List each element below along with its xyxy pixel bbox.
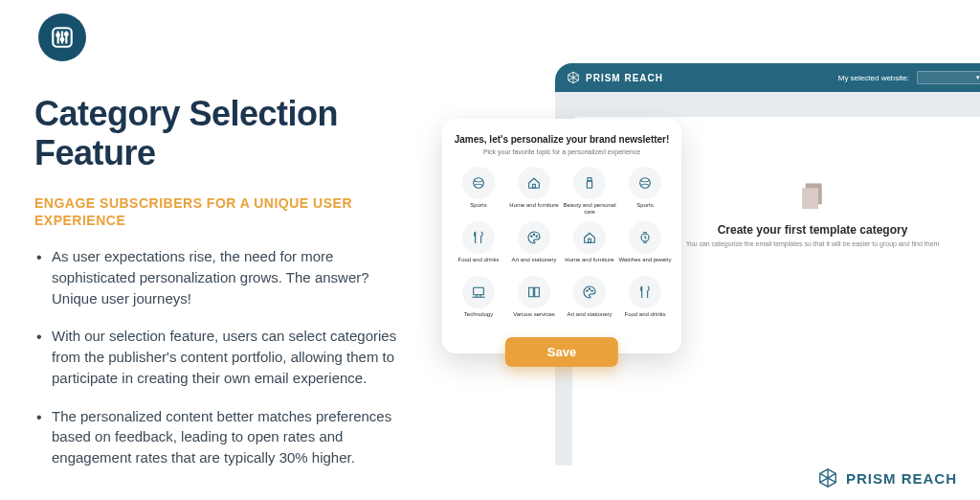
tech-icon bbox=[471, 284, 486, 300]
art-icon bbox=[526, 230, 542, 245]
home-icon bbox=[526, 175, 542, 191]
page-subtitle: ENGAGE SUBSCRIBERS FOR A UNIQUE USER EXP… bbox=[34, 194, 417, 229]
category-label: Food and drinks bbox=[457, 257, 499, 270]
popup-subtitle: Pick your favorite topic for a personali… bbox=[452, 148, 672, 155]
svg-point-21 bbox=[640, 178, 651, 189]
category-option[interactable]: Various services bbox=[507, 276, 561, 325]
svg-rect-20 bbox=[587, 181, 591, 188]
bullet-item: With our selection feature, users can se… bbox=[52, 326, 417, 388]
category-label: Home and furniture bbox=[565, 257, 613, 270]
category-label: Food and drinks bbox=[624, 311, 665, 325]
app-brand: PRISM REACH bbox=[567, 71, 663, 84]
category-label: Beauty and personal care bbox=[563, 202, 616, 216]
app-brand-text: PRISM REACH bbox=[586, 73, 663, 83]
svg-rect-18 bbox=[533, 184, 536, 188]
svg-point-17 bbox=[474, 178, 484, 189]
category-option[interactable]: Food and drinks bbox=[452, 221, 505, 270]
brand-badge-icon bbox=[38, 13, 86, 61]
svg-point-5 bbox=[61, 38, 64, 41]
svg-point-22 bbox=[531, 236, 532, 237]
svg-point-28 bbox=[587, 290, 588, 291]
category-label: Sports bbox=[636, 202, 653, 216]
chevron-down-icon: ▾ bbox=[976, 74, 980, 81]
category-label: Various services bbox=[513, 311, 555, 325]
popup-title: James, let's personalize your brand news… bbox=[452, 134, 672, 145]
category-option[interactable]: Art and stationery bbox=[563, 276, 616, 325]
website-select[interactable]: ▾ bbox=[917, 71, 980, 84]
svg-point-30 bbox=[591, 290, 592, 291]
category-option[interactable]: Art and stationery bbox=[507, 221, 561, 270]
footer-brand: PRISM REACH bbox=[817, 467, 957, 489]
category-label: Technology bbox=[464, 311, 493, 325]
category-option[interactable]: Sports bbox=[452, 167, 505, 216]
category-option[interactable]: Home and furniture bbox=[563, 221, 616, 270]
sports-icon bbox=[637, 175, 653, 191]
bullet-item: The personalized content better matches … bbox=[52, 406, 417, 468]
category-label: Home and furniture bbox=[509, 202, 558, 216]
page-title: Category Selection Feature bbox=[34, 94, 417, 173]
feature-bullets: As user expectations rise, the need for … bbox=[34, 246, 417, 468]
food-icon bbox=[637, 284, 653, 300]
sports-icon bbox=[471, 175, 486, 191]
watch-icon bbox=[637, 230, 653, 245]
svg-point-24 bbox=[536, 236, 537, 237]
category-option[interactable]: Watches and jewelry bbox=[618, 221, 672, 270]
document-stack-icon bbox=[798, 181, 827, 214]
svg-rect-25 bbox=[589, 239, 591, 242]
category-grid: Sports Home and furniture Beauty and per… bbox=[452, 167, 672, 325]
svg-point-6 bbox=[65, 33, 68, 35]
app-top-bar: PRISM REACH My selected website: ▾ bbox=[555, 63, 980, 92]
book-icon bbox=[526, 284, 542, 300]
bullet-item: As user expectations rise, the need for … bbox=[52, 246, 417, 308]
svg-point-4 bbox=[56, 34, 59, 36]
category-option[interactable]: Sports bbox=[618, 167, 672, 216]
svg-point-23 bbox=[533, 234, 534, 235]
category-option[interactable]: Technology bbox=[452, 276, 505, 325]
category-option[interactable]: Home and furniture bbox=[507, 167, 561, 216]
prism-logo-icon bbox=[817, 467, 838, 489]
home-icon bbox=[582, 230, 597, 245]
category-popup: James, let's personalize your brand news… bbox=[442, 119, 681, 353]
category-label: Watches and jewelry bbox=[618, 257, 671, 270]
category-label: Sports bbox=[470, 202, 486, 216]
category-option[interactable]: Food and drinks bbox=[618, 276, 672, 325]
save-button[interactable]: Save bbox=[505, 337, 618, 367]
category-label: Art and stationery bbox=[567, 311, 612, 325]
category-label: Art and stationery bbox=[511, 257, 556, 270]
food-icon bbox=[471, 230, 486, 245]
svg-point-29 bbox=[589, 288, 590, 289]
art-icon bbox=[582, 284, 597, 300]
website-select-label: My selected website: bbox=[838, 74, 909, 82]
category-option[interactable]: Beauty and personal care bbox=[563, 167, 616, 216]
svg-rect-27 bbox=[474, 287, 484, 294]
beauty-icon bbox=[582, 175, 597, 191]
footer-brand-text: PRISM REACH bbox=[846, 470, 957, 487]
svg-rect-16 bbox=[802, 188, 818, 209]
